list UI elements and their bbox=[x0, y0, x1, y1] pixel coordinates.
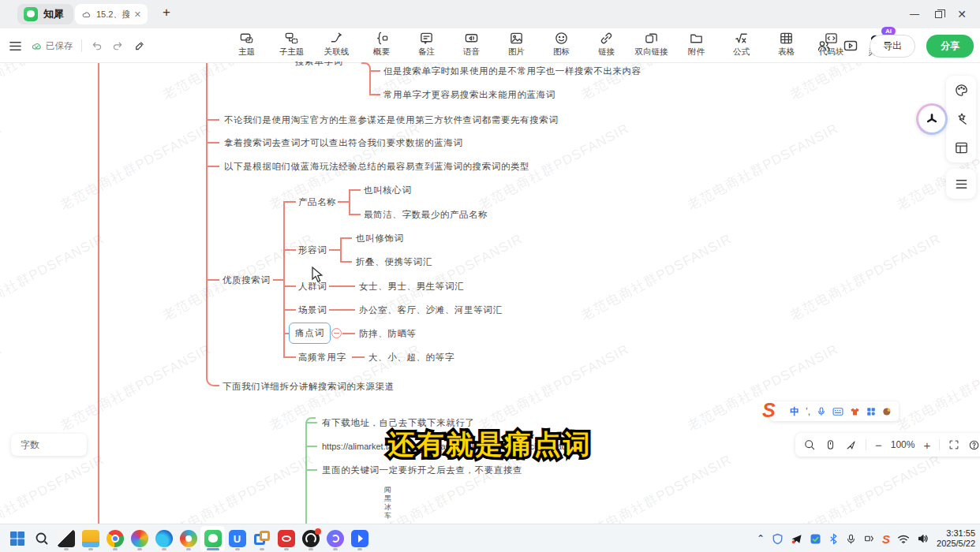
taskbar-start-button[interactable] bbox=[5, 526, 29, 551]
mindmap-node[interactable]: 常用单字才更容易搜索出来能用的蓝海词 bbox=[383, 89, 555, 101]
layout-icon[interactable] bbox=[946, 134, 976, 162]
taskbar-app-t-blue[interactable] bbox=[347, 526, 372, 551]
tray-update-check-icon[interactable] bbox=[810, 533, 821, 545]
taskbar-chrome[interactable] bbox=[103, 526, 127, 551]
toolbar-attachment[interactable]: 附件 bbox=[680, 31, 713, 58]
tray-shield-icon[interactable] bbox=[772, 533, 784, 545]
ime-toolbox-icon[interactable] bbox=[866, 407, 876, 416]
minimize-button[interactable]: — bbox=[903, 2, 926, 26]
mindmap-node[interactable]: 下面我们详细拆分讲解搜索词的来源渠道 bbox=[223, 381, 395, 393]
ime-skin-icon[interactable] bbox=[850, 407, 860, 416]
mindmap-node[interactable]: 也叫核心词 bbox=[364, 185, 412, 196]
zoom-in-button[interactable]: + bbox=[923, 438, 930, 452]
mindmap-node[interactable]: 里面的关键词一定要拆开之后去查，不要直接查 bbox=[322, 464, 522, 476]
menu-icon[interactable] bbox=[8, 39, 23, 54]
ime-keyboard-icon[interactable] bbox=[832, 407, 843, 416]
mindmap-node[interactable]: 折叠、便携等词汇 bbox=[356, 256, 432, 268]
tray-volume-icon[interactable] bbox=[917, 533, 930, 544]
taskbar-browser-360[interactable] bbox=[176, 526, 200, 551]
clipped-node[interactable]: 搜索单字词 bbox=[295, 62, 363, 68]
redo-icon[interactable] bbox=[111, 39, 125, 53]
taskbar-app-blue-circle[interactable] bbox=[323, 526, 347, 551]
zhixi-float-button[interactable] bbox=[916, 103, 948, 135]
app-home-button[interactable]: 知犀 bbox=[17, 4, 73, 24]
toolbar-sticker[interactable]: 图标 bbox=[545, 31, 578, 58]
taskbar-browser-colorwheel[interactable] bbox=[127, 526, 151, 551]
mindmap-node[interactable]: 女士、男士、男生等词汇 bbox=[359, 281, 464, 293]
mindmap-node-partial[interactable]: 闻 黑 冰 车 bbox=[384, 486, 392, 520]
toolbar-topic[interactable]: 主题 bbox=[230, 31, 263, 58]
fullscreen-icon[interactable] bbox=[948, 439, 959, 450]
close-button[interactable]: ✕ bbox=[950, 2, 974, 26]
toolbar-summary[interactable]: 概要 bbox=[365, 31, 398, 58]
mindmap-node[interactable]: 也叫修饰词 bbox=[356, 233, 404, 244]
search-icon[interactable] bbox=[803, 438, 816, 451]
ime-emoji-icon[interactable] bbox=[882, 407, 892, 416]
present-icon[interactable] bbox=[843, 38, 858, 54]
toolbar-formula[interactable]: 公式 bbox=[725, 31, 757, 58]
outline-icon[interactable] bbox=[946, 170, 976, 198]
mindmap-node[interactable]: 最简洁、字数最少的产品名称 bbox=[364, 209, 488, 221]
restore-button[interactable] bbox=[926, 2, 950, 26]
undo-icon[interactable] bbox=[90, 39, 103, 53]
ime-mic-icon[interactable] bbox=[817, 406, 826, 416]
toolbar-bidirectional-link[interactable]: 双向链接 bbox=[635, 31, 668, 58]
taskbar-app-red-record[interactable] bbox=[274, 526, 298, 551]
help-icon[interactable] bbox=[968, 439, 980, 451]
mindmap-node[interactable]: 不论我们是使用淘宝官方的生意参谋还是使用第三方软件查词都需要先有搜索词 bbox=[224, 114, 559, 126]
document-tab[interactable]: 15.2、搜索... ✕ bbox=[75, 4, 148, 24]
tray-wifi-icon[interactable] bbox=[897, 534, 910, 544]
taskbar-search-button[interactable] bbox=[29, 526, 54, 551]
new-tab-button[interactable]: + bbox=[158, 5, 175, 21]
mindmap-node[interactable]: 有下载地址，自己去下载下来就行了 bbox=[322, 417, 475, 429]
taskbar-zhixi-active[interactable] bbox=[200, 526, 225, 551]
mindmap-node[interactable]: 场景词 bbox=[298, 304, 327, 316]
tray-bluetooth-icon[interactable] bbox=[829, 533, 839, 545]
toolbar-image[interactable]: 图片 bbox=[500, 31, 533, 58]
zoom-out-button[interactable]: − bbox=[875, 438, 882, 452]
ime-toolbar[interactable]: S 中 ’, bbox=[769, 401, 899, 421]
tray-chevron-icon[interactable]: ⌃ bbox=[757, 533, 765, 544]
mindmap-node[interactable]: 但是搜索单字时如果使用的是不常用字也一样搜索不出来内容 bbox=[383, 65, 641, 77]
mindmap-node[interactable]: 拿着搜索词去查词才可以查出符合我们要求数据的蓝海词 bbox=[224, 137, 463, 149]
mindmap-node[interactable]: 形容词 bbox=[298, 244, 327, 256]
sogou-logo-icon[interactable]: S bbox=[762, 399, 776, 422]
tray-telegram-icon[interactable] bbox=[791, 533, 802, 545]
locate-icon[interactable] bbox=[845, 439, 857, 451]
taskbar-obs[interactable] bbox=[298, 526, 323, 551]
toolbar-note[interactable]: 备注 bbox=[410, 31, 443, 58]
tray-sogou-icon[interactable]: S bbox=[882, 532, 890, 546]
mindmap-node-selected[interactable]: 痛点词 bbox=[289, 323, 331, 344]
collapse-toggle[interactable] bbox=[331, 328, 342, 338]
toolbar-voice[interactable]: 语音 bbox=[455, 31, 488, 58]
mindmap-node[interactable]: 以下是根据咱们做蓝海玩法经验总结的最容易查到蓝海词的搜索词的类型 bbox=[224, 161, 529, 173]
toolbar-relation-line[interactable]: 关联线 bbox=[320, 31, 353, 58]
collaborate-icon[interactable] bbox=[816, 38, 832, 54]
share-button[interactable]: 分享 bbox=[926, 35, 974, 58]
mindmap-node[interactable]: 大、小、超、的等字 bbox=[368, 352, 454, 364]
taskbar-app-copy-squares[interactable] bbox=[249, 526, 274, 551]
toolbar-subtopic[interactable]: 子主题 bbox=[275, 31, 308, 58]
ime-mode-chinese[interactable]: 中 bbox=[790, 407, 799, 416]
magic-wand-icon[interactable] bbox=[946, 105, 976, 133]
taskbar-edge[interactable] bbox=[151, 526, 176, 551]
mindmap-node[interactable]: 办公室、客厅、沙滩、河里等词汇 bbox=[359, 304, 503, 316]
taskbar-snip-app[interactable] bbox=[54, 526, 78, 551]
tray-display-audio-icon[interactable] bbox=[863, 533, 875, 544]
mindmap-node[interactable]: 优质搜索词 bbox=[223, 274, 271, 286]
tray-mic-icon[interactable] bbox=[846, 533, 856, 545]
tab-close-icon[interactable]: ✕ bbox=[134, 9, 141, 20]
mindmap-node-url[interactable]: https://alimarket.taobao.com/markets/ali… bbox=[322, 442, 567, 451]
toolbar-table[interactable]: 表格 bbox=[770, 31, 802, 58]
ime-punctuation-icon[interactable]: ’, bbox=[806, 407, 810, 416]
format-brush-icon[interactable] bbox=[133, 39, 146, 53]
mouse-icon[interactable] bbox=[825, 438, 836, 451]
taskbar-app-u[interactable]: U bbox=[225, 526, 249, 551]
tray-clock[interactable]: 3:31:55 2025/5/22 bbox=[937, 528, 975, 549]
mindmap-node[interactable]: 高频常用字 bbox=[298, 352, 346, 364]
toolbar-link[interactable]: 链接 bbox=[590, 31, 623, 58]
mindmap-node[interactable]: 产品名称 bbox=[298, 196, 336, 208]
export-button[interactable]: 导出 bbox=[870, 35, 915, 58]
taskbar-file-explorer[interactable] bbox=[78, 526, 103, 551]
mindmap-node[interactable]: 防摔、防晒等 bbox=[359, 328, 417, 340]
